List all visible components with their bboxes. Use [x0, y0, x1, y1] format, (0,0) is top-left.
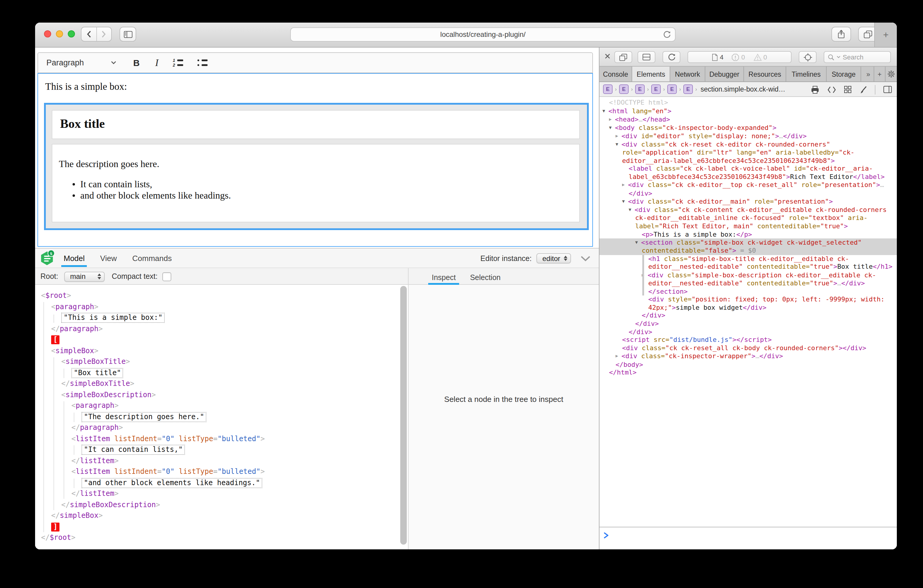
collapse-arrow-icon[interactable]: ▼	[616, 140, 621, 148]
inspector-tab-view[interactable]: View	[100, 248, 117, 268]
model-tree-node[interactable]: </$root>	[35, 532, 408, 543]
model-tree-node[interactable]: <$root>	[35, 290, 408, 301]
description-list-item[interactable]: and other block elements like headings.	[72, 190, 231, 201]
dom-tree-node[interactable]: ▶<head>…</head>	[599, 115, 897, 123]
inspector-tab-selection[interactable]: Selection	[470, 273, 501, 285]
devtools-tab-timelines[interactable]: Timelines	[786, 67, 827, 81]
details-sidebar-toggle-icon[interactable]	[883, 85, 892, 94]
dom-tree-node[interactable]: </body>	[599, 361, 897, 369]
reload-button[interactable]	[663, 30, 671, 39]
dom-tree-node[interactable]: ▼<div class="ck ck-editor__main" role="p…	[599, 197, 897, 206]
collapse-inspector-button[interactable]	[580, 255, 591, 261]
model-tree-node[interactable]: </paragraph>	[35, 422, 408, 433]
breadcrumb-element-badge[interactable]: E	[603, 84, 613, 94]
model-tree-node[interactable]: <paragraph>	[35, 301, 408, 312]
model-tree-node[interactable]: ]	[35, 521, 408, 532]
model-tree-node[interactable]: <paragraph>	[35, 400, 408, 411]
inspector-tab-model[interactable]: Model	[64, 248, 85, 268]
dom-tree-node[interactable]: <div class="ck ck-reset_all ck-body ck-r…	[599, 344, 897, 352]
breadcrumb-element-badge[interactable]: E	[651, 84, 661, 94]
heading-dropdown[interactable]: Paragraph	[46, 58, 117, 67]
dom-tree-node[interactable]: ▶<div class="simple-box-description ck-e…	[599, 271, 897, 287]
element-picker-button[interactable]	[799, 51, 816, 63]
devtools-reload-button[interactable]	[662, 51, 680, 63]
italic-button[interactable]: I	[155, 57, 158, 69]
simple-box-title-field[interactable]: Box title	[52, 110, 580, 139]
simple-box-widget[interactable]: Box title The description goes here. It …	[44, 103, 589, 230]
styles-brush-icon[interactable]	[859, 85, 867, 94]
add-tab-button[interactable]: +	[874, 67, 885, 81]
dom-tree-node[interactable]: ▶<div id="editor" style="display: none;"…	[599, 132, 897, 140]
dom-tree-node[interactable]: <label class="ck ck-label ck-voice-label…	[599, 165, 897, 181]
simple-box-description-field[interactable]: The description goes here. It can contai…	[52, 144, 580, 222]
share-button[interactable]	[831, 27, 851, 42]
breadcrumb-element-badge[interactable]: E	[667, 84, 677, 94]
collapse-arrow-icon[interactable]: ▼	[622, 197, 628, 205]
model-tree-node[interactable]: <listItem listIndent="0" listType="bulle…	[35, 466, 408, 477]
model-tree-node[interactable]: </listItem>	[35, 455, 408, 466]
dom-tree-node[interactable]: ▼<body class="ck-inspector-body-expanded…	[599, 124, 897, 132]
model-tree-node[interactable]: <simpleBox>	[35, 345, 408, 356]
breadcrumb-element-badge[interactable]: E	[683, 84, 693, 94]
more-tabs-button[interactable]: »	[863, 67, 874, 81]
devtools-search-field[interactable]: Search	[824, 51, 891, 63]
new-tab-button[interactable]: +	[874, 23, 897, 47]
model-tree-node[interactable]: "It can contain lists,"	[35, 444, 408, 455]
expand-arrow-icon[interactable]: ▶	[616, 132, 621, 140]
model-tree-node[interactable]: </simpleBoxDescription>	[35, 499, 408, 510]
bold-button[interactable]: B	[133, 57, 140, 68]
model-tree-node[interactable]: <listItem listIndent="0" listType="bulle…	[35, 433, 408, 444]
devtools-tab-resources[interactable]: Resources	[744, 67, 786, 81]
model-tree-node[interactable]: </paragraph>	[35, 323, 408, 334]
model-tree-node[interactable]: "This is a simple box:"	[35, 312, 408, 323]
model-tree-node[interactable]: "and other block elements like headings.…	[35, 477, 408, 488]
dom-tree-node[interactable]: <div style="position: fixed; top: 0px; l…	[599, 296, 897, 312]
dom-tree-node[interactable]: </div>	[599, 328, 897, 336]
show-source-icon[interactable]	[827, 86, 836, 93]
devtools-tab-storage[interactable]: Storage	[827, 67, 861, 81]
breadcrumb-element-badge[interactable]: E	[635, 84, 645, 94]
editor-instance-select[interactable]: editor	[536, 253, 571, 263]
address-bar[interactable]: localhost/creating-a-plugin/	[290, 27, 676, 42]
expand-arrow-icon[interactable]: ▶	[609, 115, 615, 123]
breadcrumb-element-badge[interactable]: E	[619, 84, 629, 94]
inspector-tab-commands[interactable]: Commands	[132, 248, 172, 268]
dom-tree-node[interactable]: <h1 class="simple-box-title ck-editor__e…	[599, 255, 897, 271]
model-tree-node[interactable]: "The description goes here."	[35, 411, 408, 422]
dom-tree-node[interactable]: ▼<html lang="en">	[599, 107, 897, 115]
dom-tree-node[interactable]: </div>	[599, 312, 897, 320]
inspector-tab-inspect[interactable]: Inspect	[432, 273, 456, 285]
collapse-arrow-icon[interactable]: ▼	[609, 124, 615, 132]
dom-tree-node[interactable]: </html>	[599, 369, 897, 377]
dom-tree-node[interactable]: ▼<div class="ck ck-reset ck-editor ck-ro…	[599, 140, 897, 165]
editor-intro-paragraph[interactable]: This is a simple box:	[45, 81, 127, 93]
sidebar-toggle-button[interactable]	[120, 27, 136, 42]
issues-summary-button[interactable]: 4 0 0	[688, 51, 792, 63]
print-icon[interactable]	[811, 85, 820, 94]
collapse-arrow-icon[interactable]: ▼	[635, 238, 641, 246]
tree-scrollbar-thumb[interactable]	[400, 286, 407, 544]
model-tree-node[interactable]: </simpleBox>	[35, 510, 408, 521]
model-tree-node[interactable]: [	[35, 334, 408, 345]
close-devtools-button[interactable]	[604, 53, 611, 59]
dom-tree-node[interactable]: ▼<section class="simple-box ck-widget ck…	[599, 238, 897, 255]
back-button[interactable]	[82, 27, 97, 41]
devtools-tab-console[interactable]: Console	[599, 67, 632, 81]
root-select[interactable]: main	[64, 271, 105, 281]
dom-tree-node[interactable]: <script src="dist/bundle.js"></script>	[599, 336, 897, 344]
compact-text-checkbox[interactable]	[163, 272, 171, 281]
model-tree-node[interactable]: <simpleBoxTitle>	[35, 356, 408, 367]
dom-tree-node[interactable]: </div>	[599, 320, 897, 328]
close-window-button[interactable]	[44, 30, 51, 38]
expand-arrow-icon[interactable]: ▶	[616, 352, 621, 360]
devtools-tab-debugger[interactable]: Debugger	[705, 67, 744, 81]
bulleted-list-button[interactable]	[197, 59, 207, 67]
devtools-settings-button[interactable]	[885, 67, 897, 81]
collapse-arrow-icon[interactable]: ▼	[629, 206, 635, 214]
dom-tree-node[interactable]: ▶<div class="ck-inspector-wrapper">…</di…	[599, 352, 897, 361]
editor-editable-area[interactable]: This is a simple box: Box title The desc…	[38, 73, 593, 247]
model-tree-node[interactable]: </listItem>	[35, 488, 408, 499]
dom-tree-node[interactable]: ▼<div class="ck ck-content ck-editor__ed…	[599, 206, 897, 230]
layout-grid-icon[interactable]	[844, 85, 852, 94]
dom-tree-node[interactable]: <p>This is a simple box:</p>	[599, 230, 897, 238]
